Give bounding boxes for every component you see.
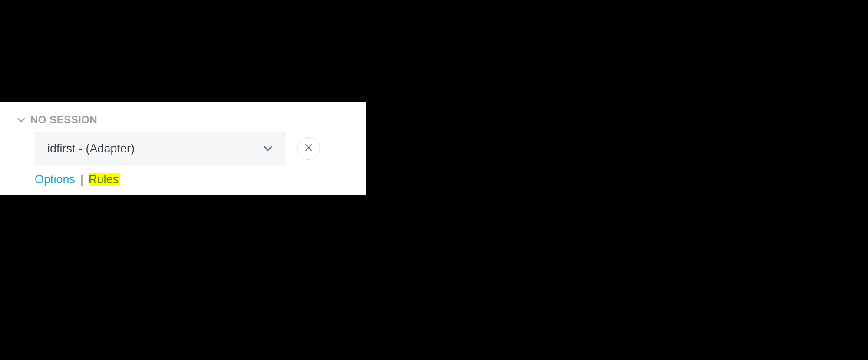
close-button[interactable] (297, 137, 320, 160)
section-header[interactable]: NO SESSION (17, 114, 348, 126)
close-icon (304, 143, 313, 154)
adapter-select[interactable]: idfirst - (Adapter) (35, 132, 285, 165)
chevron-down-icon (263, 145, 273, 152)
session-panel: NO SESSION idfirst - (Adapter) Options |… (0, 102, 366, 195)
select-value: idfirst - (Adapter) (47, 142, 135, 155)
chevron-down-icon (17, 116, 25, 124)
links-row: Options | Rules (35, 173, 348, 186)
select-row: idfirst - (Adapter) (35, 132, 348, 165)
section-title: NO SESSION (30, 114, 97, 126)
link-separator: | (80, 173, 83, 186)
options-link[interactable]: Options (35, 173, 75, 186)
rules-link[interactable]: Rules (89, 173, 120, 186)
